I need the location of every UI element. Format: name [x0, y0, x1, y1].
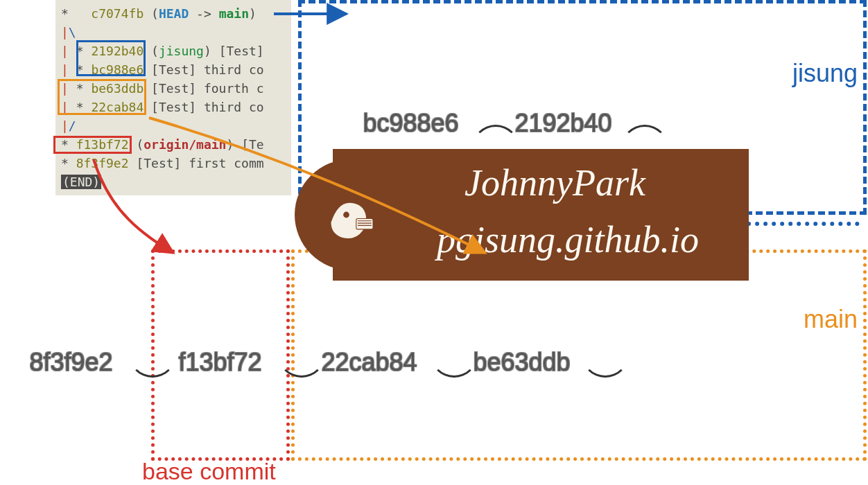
commit-arc	[620, 125, 669, 173]
main-label: main	[804, 305, 858, 334]
log-line-7: |/	[61, 116, 286, 135]
jisung-label: jisung	[792, 59, 858, 88]
svg-point-0	[313, 178, 387, 252]
log-line-9: * 8f3f9e2 [Test] first comm	[61, 154, 286, 173]
commit-node: bc988e6	[347, 107, 475, 139]
git-log-terminal: * c7074fb (HEAD -> main) |\ | * 2192b40 …	[55, 0, 291, 195]
log-line-5: | * be63ddb [Test] fourth c	[61, 79, 286, 98]
commit-node: be63ddb	[458, 346, 586, 378]
log-line-8: * f13bf72 (origin/main) [Te	[61, 135, 286, 154]
commit-node: 2192b40	[499, 107, 627, 139]
watermark-name: JohnnyPark	[465, 161, 645, 204]
watermark-avatar	[295, 159, 406, 270]
commit-arc	[581, 329, 630, 378]
log-line-4: | * bc988e6 [Test] third co	[61, 60, 286, 79]
log-line-3: | * 2192b40 (jisung) [Test]	[61, 42, 286, 60]
commit-node: 8f3f9e2	[7, 346, 135, 378]
svg-point-1	[343, 212, 349, 218]
log-line-6: | * 22cab84 [Test] third co	[61, 98, 286, 116]
log-line-2: |\	[61, 23, 286, 42]
watermark: JohnnyPark pgisung.github.io	[333, 149, 749, 281]
log-line-1: * c7074fb (HEAD -> main)	[61, 4, 286, 23]
base-commit-label: base commit	[142, 458, 276, 485]
avatar-icon	[312, 177, 388, 253]
commit-node: f13bf72	[156, 346, 284, 378]
log-end: (END)	[61, 173, 286, 191]
branch-divider-line	[305, 222, 860, 226]
commit-node: 22cab84	[305, 346, 433, 378]
